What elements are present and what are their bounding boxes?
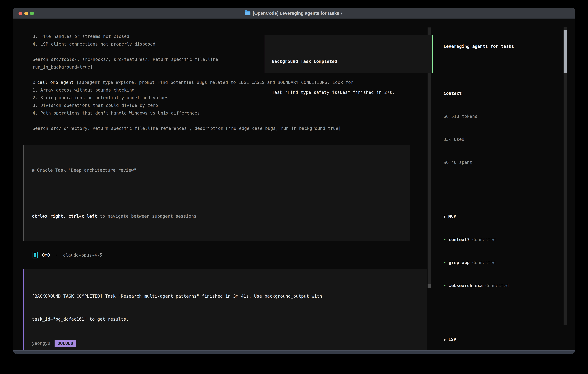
opencode-window: [OpenCode] Leveraging agents for tasks ◐… <box>13 8 575 353</box>
chevron-down-icon: ▼ <box>443 338 446 342</box>
mcp-item: • websearch_exa Connected <box>443 282 575 289</box>
message-line: task_id="bg_dcfac161" to get results. <box>32 315 427 323</box>
message-user: yeongyu <box>32 339 50 347</box>
terminal-main: 3. File handles or streams not closed 4.… <box>13 19 437 350</box>
background-task-message: [BACKGROUND TASK COMPLETED] Task "Resear… <box>23 269 427 353</box>
oracle-task-header: ◉ Oracle Task "Deep architecture review" <box>32 166 410 174</box>
agent-separator: · <box>55 251 58 259</box>
oracle-task-panel: ◉ Oracle Task "Deep architecture review"… <box>23 145 410 241</box>
maximize-button[interactable] <box>30 11 34 15</box>
message-line: [BACKGROUND TASK COMPLETED] Task "Resear… <box>32 292 427 300</box>
agent-header: OmO · claude-opus-4-5 <box>32 251 437 259</box>
folder-icon <box>245 11 251 15</box>
omo-agent-icon <box>32 252 38 259</box>
status-dot-icon: • <box>443 237 446 242</box>
window-bottom-edge <box>13 350 575 353</box>
separator-dot <box>58 251 63 259</box>
mcp-section-header[interactable]: ▼ MCP <box>443 212 575 220</box>
chevron-down-icon: ▼ <box>443 214 446 219</box>
sidebar-scrollbar[interactable] <box>564 27 567 325</box>
subagent-nav-hint: ctrl+x right, ctrl+x left to navigate be… <box>32 212 410 220</box>
tool-name: call_omo_agent <box>37 80 74 85</box>
record-icon: ◉ <box>32 168 34 173</box>
agent-model: claude-opus-4-5 <box>63 251 102 259</box>
toast-title: Background Task Completed <box>272 58 432 65</box>
mcp-item: • grep_app Connected <box>443 259 575 266</box>
close-button[interactable] <box>19 11 22 15</box>
window-title: [OpenCode] Leveraging agents for tasks ◐ <box>253 11 343 16</box>
main-scrollbar-thumb[interactable] <box>428 284 431 288</box>
traffic-lights <box>19 8 34 19</box>
status-dot-icon: • <box>443 283 446 288</box>
gear-icon: ⚙ <box>32 80 35 85</box>
context-used: 33% used <box>443 135 575 143</box>
status-badge: QUEUED <box>54 340 76 347</box>
background-task-toast: Background Task Completed Task "Find typ… <box>264 35 433 73</box>
tool-args: [subagent_type=explore, prompt=Find pote… <box>74 80 354 85</box>
lsp-section-header[interactable]: ▼ LSP <box>443 336 575 344</box>
context-spent: $0.46 spent <box>443 158 575 166</box>
separator-dot <box>50 251 55 259</box>
session-sidebar: Leveraging agents for tasks Context 66,5… <box>437 19 575 350</box>
tool-call-tail: Search src/ directory. Return specific f… <box>32 125 437 132</box>
sidebar-scrollbar-thumb[interactable] <box>564 30 567 73</box>
context-tokens: 66,518 tokens <box>443 113 575 120</box>
titlebar: [OpenCode] Leveraging agents for tasks ◐ <box>13 8 575 19</box>
minimize-button[interactable] <box>24 11 28 15</box>
session-title: Leveraging agents for tasks <box>443 42 575 50</box>
status-dot-icon: • <box>443 260 446 265</box>
mcp-item: • context7 Connected <box>443 236 575 243</box>
context-heading: Context <box>443 90 575 97</box>
agent-name: OmO <box>42 251 50 259</box>
window-content: 3. File handles or streams not closed 4.… <box>13 19 575 350</box>
toast-body: Task "Find type safety issues" finished … <box>272 89 432 96</box>
